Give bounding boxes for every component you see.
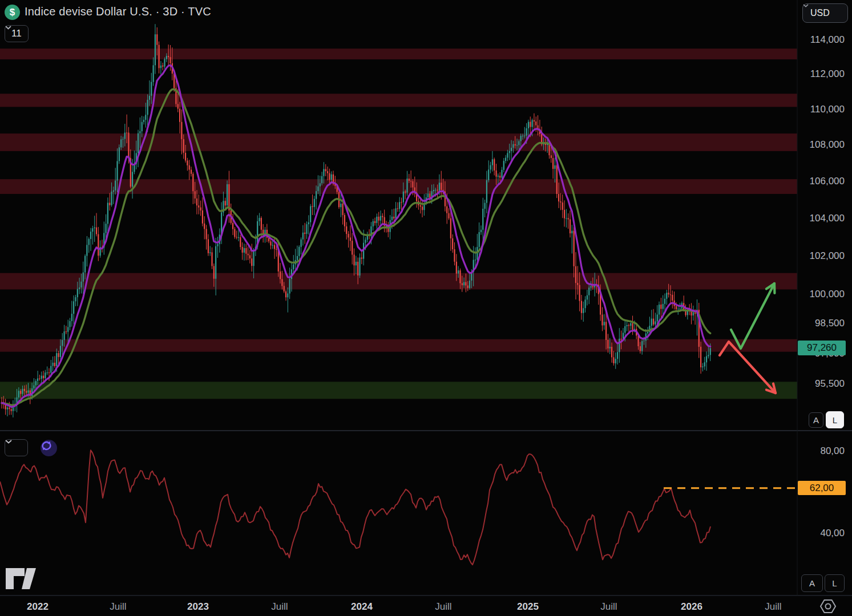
price-tick-label: 100,000 xyxy=(810,289,845,300)
time-axis-label: 2024 xyxy=(351,601,373,613)
last-price-badge: 97,260 xyxy=(798,341,846,355)
price-tick-label: 95,500 xyxy=(815,378,845,390)
time-axis-label: Juill xyxy=(435,601,451,613)
indicator-auto-scale-button[interactable]: A xyxy=(801,574,823,592)
price-tick-label: 110,000 xyxy=(810,104,845,115)
chevron-down-icon xyxy=(803,4,809,7)
currency-selector[interactable]: USD xyxy=(802,3,848,23)
chart-canvas[interactable] xyxy=(0,0,852,616)
auto-scale-button[interactable]: A xyxy=(809,412,823,428)
support-zone[interactable] xyxy=(0,382,797,399)
price-tick-label: 106,000 xyxy=(810,176,845,187)
oscillator-line[interactable] xyxy=(0,450,710,565)
settings-icon[interactable] xyxy=(821,600,835,613)
bullish-projection-arrow[interactable] xyxy=(731,283,774,348)
price-tick-label: 98,500 xyxy=(815,318,845,329)
resistance-zone[interactable] xyxy=(0,94,797,107)
trading-chart-window: $ Indice devise Dollar U.S. · 3D · TVC 1… xyxy=(0,0,852,616)
indicator-tick-label: 80,00 xyxy=(820,445,845,457)
dollar-circle-icon: $ xyxy=(5,5,20,20)
time-axis-label: 2025 xyxy=(517,601,539,613)
chevron-down-icon xyxy=(5,440,12,444)
price-tick-label: 114,000 xyxy=(810,34,845,46)
objects-count: 11 xyxy=(11,28,22,39)
time-axis-label: Juill xyxy=(110,601,126,613)
moving-average-lines xyxy=(2,65,710,407)
time-axis-label: Juill xyxy=(765,601,781,613)
candlestick-series xyxy=(1,24,711,418)
time-axis-label: Juill xyxy=(600,601,617,613)
time-axis-label: 2022 xyxy=(27,601,49,613)
price-tick-label: 112,000 xyxy=(810,68,845,80)
time-axis-label: Juill xyxy=(271,601,288,613)
level-62-badge: 62,00 xyxy=(798,481,846,495)
currency-value: USD xyxy=(810,8,830,18)
projection-arrows[interactable] xyxy=(720,283,776,393)
indicator-log-scale-button[interactable]: L xyxy=(825,574,845,592)
price-tick-label: 104,000 xyxy=(810,213,845,224)
chevron-down-icon xyxy=(5,26,11,30)
price-tick-label: 102,000 xyxy=(810,250,845,262)
tradingview-logo[interactable] xyxy=(6,568,36,589)
refresh-icon xyxy=(41,440,53,452)
indicator-collapse-button[interactable] xyxy=(5,439,28,456)
price-tick-label: 108,000 xyxy=(810,139,845,151)
resistance-zone[interactable] xyxy=(0,48,797,59)
indicator-refresh-button[interactable] xyxy=(41,440,57,456)
indicator-tick-label: 40,00 xyxy=(820,528,845,539)
time-axis-label: 2023 xyxy=(187,601,209,613)
oscillator-pane xyxy=(0,450,797,565)
fast-ma-line[interactable] xyxy=(2,65,710,407)
objects-tree-button[interactable]: 11 xyxy=(5,25,29,42)
resistance-zone[interactable] xyxy=(0,273,797,290)
resistance-zone[interactable] xyxy=(0,339,797,352)
time-axis-label: 2026 xyxy=(681,601,702,613)
chart-title: Indice devise Dollar U.S. · 3D · TVC xyxy=(25,5,211,18)
log-scale-button[interactable]: L xyxy=(826,411,844,428)
